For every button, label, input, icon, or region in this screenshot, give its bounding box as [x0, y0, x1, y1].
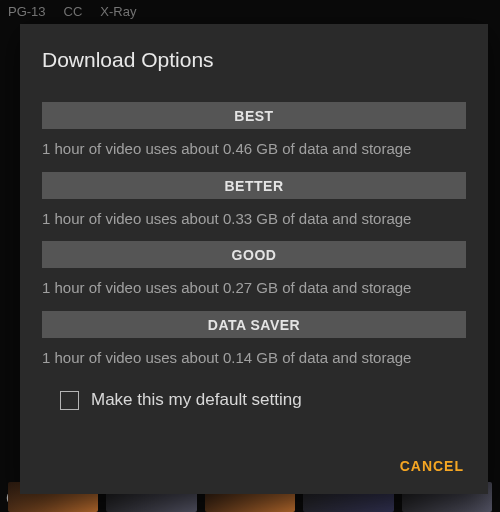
quality-button-better[interactable]: BETTER — [42, 172, 466, 199]
quality-button-good[interactable]: GOOD — [42, 241, 466, 268]
download-options-modal: Download Options BEST 1 hour of video us… — [20, 24, 488, 494]
content-metadata-row: PG-13 CC X-Ray — [0, 0, 500, 23]
quality-button-data-saver[interactable]: DATA SAVER — [42, 311, 466, 338]
cancel-button[interactable]: CANCEL — [398, 454, 466, 478]
xray-badge: X-Ray — [100, 4, 136, 19]
default-setting-row[interactable]: Make this my default setting — [60, 390, 466, 410]
default-checkbox[interactable] — [60, 391, 79, 410]
modal-footer: CANCEL — [42, 434, 466, 478]
default-checkbox-label: Make this my default setting — [91, 390, 302, 410]
option-better: BETTER 1 hour of video uses about 0.33 G… — [42, 172, 466, 229]
quality-options-list: BEST 1 hour of video uses about 0.46 GB … — [42, 102, 466, 380]
option-data-saver: DATA SAVER 1 hour of video uses about 0.… — [42, 311, 466, 368]
quality-description: 1 hour of video uses about 0.46 GB of da… — [42, 139, 466, 159]
quality-description: 1 hour of video uses about 0.14 GB of da… — [42, 348, 466, 368]
quality-description: 1 hour of video uses about 0.33 GB of da… — [42, 209, 466, 229]
quality-description: 1 hour of video uses about 0.27 GB of da… — [42, 278, 466, 298]
quality-button-best[interactable]: BEST — [42, 102, 466, 129]
rating-badge: PG-13 — [8, 4, 46, 19]
cc-badge: CC — [64, 4, 83, 19]
modal-title: Download Options — [42, 48, 466, 72]
option-best: BEST 1 hour of video uses about 0.46 GB … — [42, 102, 466, 159]
option-good: GOOD 1 hour of video uses about 0.27 GB … — [42, 241, 466, 298]
